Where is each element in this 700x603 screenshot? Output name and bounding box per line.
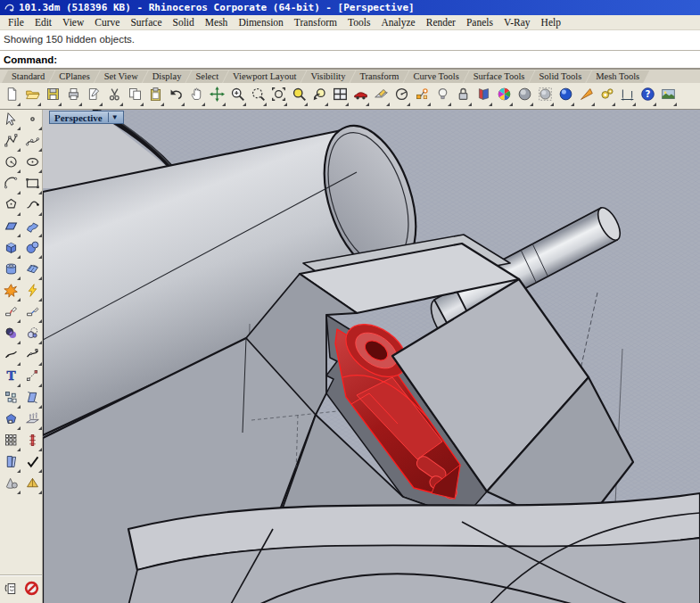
toolbar-button-zoom-back[interactable] (309, 85, 329, 107)
toolbar-tab-transform[interactable]: Transform (350, 70, 409, 83)
toolbar-button-zoom-window[interactable] (268, 85, 288, 107)
toolbar-tab-surface-tools[interactable]: Surface Tools (464, 70, 535, 83)
sidebar-tool-explode[interactable] (0, 281, 21, 302)
sidebar-tool-circle[interactable] (0, 153, 21, 174)
sidebar-tool-patch[interactable] (21, 260, 43, 281)
toolbar-button-background-image[interactable] (658, 85, 678, 107)
toolbar-button-spotlight[interactable] (576, 85, 596, 107)
toolbar-tab-solid-tools[interactable]: Solid Tools (529, 70, 591, 83)
toolbar-button-options-gears[interactable] (597, 85, 616, 107)
sidebar-tool-no-entry[interactable] (22, 579, 40, 600)
sidebar-tool-polyline[interactable] (0, 131, 21, 153)
sidebar-tool-point[interactable] (21, 110, 43, 131)
toolbar-button-rendered-view[interactable] (556, 85, 575, 107)
toolbar-button-zoom-dynamic[interactable] (248, 85, 268, 107)
sidebar-tool-array-linear[interactable] (21, 431, 43, 452)
sidebar-tool-select-pointer[interactable] (0, 110, 21, 131)
toolbar-button-car[interactable] (350, 85, 370, 107)
menu-item-curve[interactable]: Curve (89, 16, 125, 29)
sidebar-tool-rectangle[interactable] (21, 174, 43, 195)
toolbar-button-zoom-in[interactable] (227, 85, 247, 107)
sidebar-tool-adjust-end-bulge[interactable] (0, 345, 21, 367)
command-input[interactable] (62, 54, 696, 65)
sidebar-tool-boolean-difference[interactable] (21, 324, 43, 345)
title-bar[interactable]: 101.3dm (518396 KB) - Rhinoceros Corpora… (0, 0, 700, 15)
toolbar-button-ghosted-view[interactable] (535, 85, 555, 107)
viewport-title-tab[interactable]: Perspective ▼ (49, 111, 124, 124)
menu-item-tools[interactable]: Tools (342, 16, 375, 29)
menu-item-view[interactable]: View (57, 16, 89, 29)
toolbar-tab-display[interactable]: Display (143, 70, 192, 83)
sidebar-tool-surface-plane[interactable] (0, 217, 21, 238)
toolbar-button-undo[interactable] (166, 85, 185, 107)
sidebar-tool-boolean-union[interactable] (0, 324, 21, 345)
toolbar-button-light-bulb[interactable] (432, 85, 452, 107)
toolbar-button-lock[interactable] (453, 85, 473, 107)
toolbar-tab-cplanes[interactable]: CPlanes (49, 70, 99, 83)
sidebar-tool-fillet-flash[interactable] (21, 281, 43, 302)
sidebar-tool-text[interactable]: T (0, 367, 21, 388)
menu-item-panels[interactable]: Panels (461, 16, 498, 29)
sidebar-tool-revolve[interactable] (0, 260, 21, 281)
sidebar-tool-cone[interactable] (0, 474, 21, 495)
sidebar-tool-array-grid[interactable] (0, 431, 21, 452)
toolbar-tab-curve-tools[interactable]: Curve Tools (403, 70, 468, 83)
toolbar-button-cplane[interactable] (371, 85, 391, 107)
toolbar-button-edit-page[interactable] (84, 85, 103, 107)
sidebar-tool-polygon[interactable] (0, 195, 21, 217)
toolbar-tab-set-view[interactable]: Set View (95, 70, 148, 83)
toolbar-button-open-file[interactable] (22, 85, 42, 107)
viewport-3d-scene[interactable] (43, 110, 700, 603)
menu-item-solid[interactable]: Solid (168, 16, 200, 29)
toolbar-button-rotate-view[interactable] (207, 85, 226, 107)
sidebar-tool-chamfer-edge[interactable] (21, 302, 43, 324)
sidebar-tool-pyramid[interactable] (21, 474, 43, 495)
toolbar-button-viewport-layout[interactable] (330, 85, 350, 107)
toolbar-button-print[interactable] (63, 85, 83, 107)
sidebar-tool-move-control-point[interactable] (21, 367, 43, 388)
toolbar-button-cut[interactable] (104, 85, 124, 107)
toolbar-button-save[interactable] (43, 85, 62, 107)
toolbar-button-new-document[interactable] (2, 85, 21, 107)
sidebar-tool-sphere[interactable] (21, 238, 43, 260)
toolbar-button-paste[interactable] (145, 85, 165, 107)
sidebar-tool-box[interactable] (0, 238, 21, 260)
sidebar-tool-shear[interactable] (21, 388, 43, 409)
sidebar-tool-check-select[interactable] (21, 452, 43, 474)
toolbar-tab-viewport-layout[interactable]: Viewport Layout (223, 70, 306, 83)
menu-item-transform[interactable]: Transform (289, 16, 342, 29)
toolbar-button-pan[interactable] (186, 85, 206, 107)
menu-item-analyze[interactable]: Analyze (375, 16, 420, 29)
sidebar-tool-distribute[interactable] (21, 409, 43, 431)
sidebar-tool-arc[interactable] (0, 174, 21, 195)
sidebar-tool-control-curve[interactable] (21, 131, 43, 153)
toolbar-tab-standard[interactable]: Standard (2, 70, 54, 83)
toolbar-button-copy[interactable] (125, 85, 144, 107)
toolbar-tab-select[interactable]: Select (185, 70, 228, 83)
menu-item-help[interactable]: Help (536, 16, 566, 29)
toolbar-button-zoom-selected[interactable] (289, 85, 309, 107)
toolbar-button-help[interactable]: ? (638, 85, 657, 107)
toolbar-button-osnap[interactable] (412, 85, 432, 107)
sidebar-tool-solid-edit[interactable] (0, 409, 21, 431)
menu-item-render[interactable]: Render (421, 16, 461, 29)
menu-item-file[interactable]: File (3, 16, 29, 29)
toolbar-button-shaded-view[interactable] (515, 85, 534, 107)
toolbar-button-layer[interactable] (474, 85, 493, 107)
sidebar-tool-rebuild-curve[interactable] (21, 345, 43, 367)
sidebar-tool-fillet-edge[interactable] (0, 302, 21, 324)
menu-item-surface[interactable]: Surface (125, 16, 167, 29)
perspective-viewport[interactable]: Perspective ▼ (43, 110, 700, 603)
toolbar-button-dimension[interactable] (617, 85, 637, 107)
menu-item-dimension[interactable]: Dimension (233, 16, 288, 29)
sidebar-tool-group-objects[interactable] (0, 388, 21, 409)
sidebar-tool-surface-sweep[interactable] (21, 217, 43, 238)
menu-item-edit[interactable]: Edit (29, 16, 57, 29)
menu-item-v-ray[interactable]: V-Ray (498, 16, 536, 29)
toolbar-tab-mesh-tools[interactable]: Mesh Tools (586, 70, 649, 83)
command-line[interactable]: Command: (0, 51, 700, 70)
sidebar-tool-show-hidden-objects[interactable] (2, 579, 20, 600)
sidebar-tool-blend-curve[interactable] (21, 195, 43, 217)
menu-item-mesh[interactable]: Mesh (200, 16, 234, 29)
toolbar-button-color-wheel[interactable] (494, 85, 514, 107)
